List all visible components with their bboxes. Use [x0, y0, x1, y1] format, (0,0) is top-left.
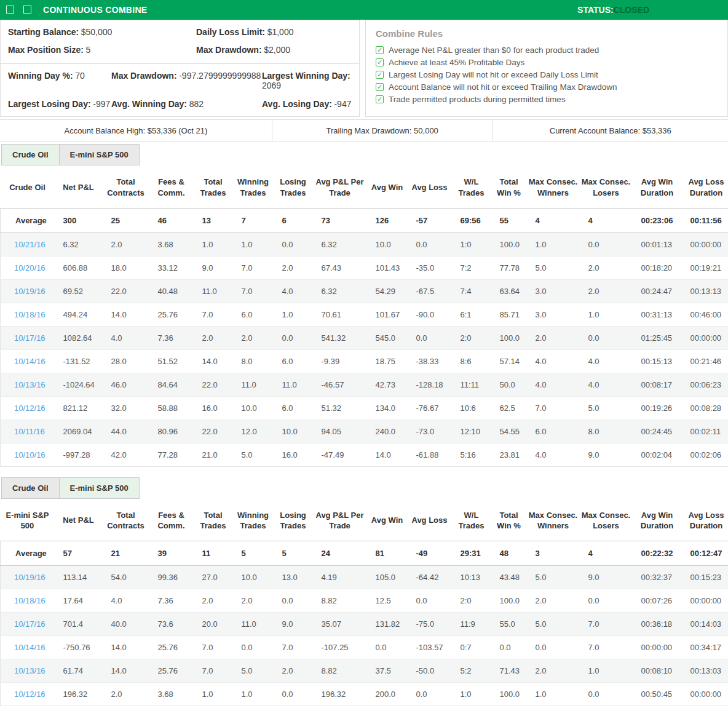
- stat-value: 5: [86, 45, 91, 55]
- column-header: Total Win %: [491, 501, 527, 541]
- stat-label: Largest Losing Day:: [8, 99, 91, 109]
- column-header: Net P&L: [55, 501, 103, 541]
- cell: 1.0: [194, 683, 233, 706]
- cell: 7.0: [274, 636, 313, 659]
- cell: 00:13:13: [682, 279, 728, 303]
- cell: 6.32: [55, 233, 103, 256]
- cell: 37.5: [367, 659, 408, 683]
- cell: 240.0: [367, 420, 408, 443]
- date-cell: 10/18/16: [1, 589, 55, 613]
- cell: 00:08:28: [682, 396, 728, 420]
- date-link[interactable]: 10/18/16: [14, 596, 46, 605]
- cell: 11.0: [274, 373, 313, 396]
- cell: 100.0: [491, 233, 527, 256]
- cell: 7.0: [233, 256, 274, 279]
- average-cell: 13: [194, 208, 233, 233]
- window-square-icon-2[interactable]: [23, 6, 31, 14]
- cell: 00:02:11: [682, 420, 728, 443]
- rule-text: Average Net P&L greater than $0 for each…: [389, 46, 599, 55]
- stat-value: $2,000: [264, 45, 290, 55]
- cell: 00:01:13: [633, 233, 682, 256]
- date-link[interactable]: 10/19/16: [14, 287, 46, 296]
- window-square-icon-1[interactable]: [6, 6, 14, 14]
- cell: 0.0: [274, 683, 313, 706]
- emini-sp500-table: E-mini S&P 500Net P&LTotal ContractsFees…: [0, 501, 728, 707]
- cell: 70.61: [313, 303, 367, 326]
- column-header: W/L Trades: [452, 501, 491, 541]
- cell: 113.14: [55, 566, 103, 589]
- cell: 4.0: [580, 373, 633, 396]
- cell: 44.0: [103, 420, 149, 443]
- average-cell: 00:22:32: [633, 541, 682, 566]
- date-link[interactable]: 10/14/16: [14, 357, 46, 366]
- stat-value: 2069: [262, 81, 281, 90]
- cell: -1024.64: [55, 373, 103, 396]
- date-link[interactable]: 10/20/16: [14, 263, 46, 272]
- column-header: Avg P&L Per Trade: [313, 501, 367, 541]
- cell: 00:00:00: [682, 326, 728, 349]
- cell: 196.32: [313, 683, 367, 706]
- average-cell: 4: [527, 208, 580, 233]
- date-link[interactable]: 10/19/16: [14, 573, 46, 582]
- average-cell: 4: [580, 541, 633, 566]
- date-link[interactable]: 10/11/16: [14, 427, 45, 436]
- cell: 1.0: [233, 683, 274, 706]
- table-row: 10/20/16606.8818.033.129.07.02.067.43101…: [1, 256, 728, 279]
- stat-largest-winning-day: Largest Winning Day: 2069: [262, 71, 352, 90]
- date-link[interactable]: 10/13/16: [14, 666, 46, 675]
- date-link[interactable]: 10/12/16: [14, 404, 46, 413]
- current-account-balance: Current Account Balance: $53,336: [493, 120, 728, 141]
- date-link[interactable]: 10/10/16: [14, 450, 46, 459]
- table-row: 10/18/1617.644.07.362.02.00.08.8212.50.0…: [1, 589, 728, 613]
- date-link[interactable]: 10/12/16: [14, 690, 46, 699]
- cell: 1.0: [580, 303, 633, 326]
- date-link[interactable]: 10/21/16: [14, 240, 46, 249]
- table-header-row: Crude OilNet P&LTotal ContractsFees & Co…: [1, 167, 728, 208]
- stat-label: Starting Balance:: [8, 27, 79, 37]
- date-link[interactable]: 10/18/16: [14, 310, 46, 319]
- stat-avg-winning-day: Avg. Winning Day: 882: [111, 99, 262, 109]
- cell: 5.0: [527, 566, 580, 589]
- cell: 14.0: [103, 303, 149, 326]
- cell: 00:50:45: [633, 683, 682, 706]
- cell: -64.42: [408, 566, 452, 589]
- date-link[interactable]: 10/13/16: [14, 380, 46, 389]
- date-link[interactable]: 10/17/16: [14, 333, 46, 343]
- date-link[interactable]: 10/14/16: [14, 643, 46, 652]
- rule-text: Account Balance will not hit or exceed T…: [389, 82, 617, 92]
- average-cell: 5: [233, 541, 274, 566]
- cell: 131.82: [367, 613, 408, 636]
- table-row: 10/12/16196.322.03.681.01.00.0196.32200.…: [1, 683, 728, 706]
- cell: 00:15:23: [682, 566, 728, 589]
- cell: -997.28: [55, 443, 103, 466]
- cell: 00:18:20: [633, 256, 682, 279]
- cell: -76.67: [408, 396, 452, 420]
- cell: 7.0: [194, 636, 233, 659]
- column-header: Avg Win: [367, 501, 408, 541]
- cell: 11:9: [452, 613, 491, 636]
- combine-rules-title: Combine Rules: [376, 28, 718, 39]
- table-row: 10/13/16-1024.6446.084.6422.011.011.0-46…: [1, 373, 728, 396]
- tab-emini-sp500[interactable]: E-mini S&P 500: [59, 477, 140, 499]
- cell: 57.14: [491, 349, 527, 373]
- column-header: Winning Trades: [233, 167, 274, 208]
- column-header: Avg Loss: [408, 167, 452, 208]
- table-row: 10/13/1661.7414.025.767.05.02.08.8237.5-…: [1, 659, 728, 683]
- cell: 54.55: [491, 420, 527, 443]
- column-header: Avg Loss Duration: [682, 167, 728, 208]
- column-header: Losing Trades: [274, 167, 313, 208]
- table-row: 10/11/162069.0444.080.9622.012.010.094.0…: [1, 420, 728, 443]
- tab-emini-sp500[interactable]: E-mini S&P 500: [59, 144, 140, 165]
- cell: 14.0: [103, 636, 149, 659]
- cell: 1082.64: [55, 326, 103, 349]
- title-bar: CONTINUOUS COMBINE STATUS:CLOSED: [0, 0, 728, 20]
- cell: 4.0: [527, 373, 580, 396]
- stat-winning-day-pct: Winning Day %: 70: [8, 71, 111, 90]
- crude-oil-table: Crude OilNet P&LTotal ContractsFees & Co…: [0, 167, 728, 467]
- date-link[interactable]: 10/17/16: [14, 619, 46, 629]
- cell: 33.12: [149, 256, 194, 279]
- average-cell: 5: [274, 541, 313, 566]
- tab-crude-oil[interactable]: Crude Oil: [1, 144, 60, 165]
- product-column-header: Crude Oil: [1, 167, 55, 208]
- tab-crude-oil[interactable]: Crude Oil: [1, 477, 60, 499]
